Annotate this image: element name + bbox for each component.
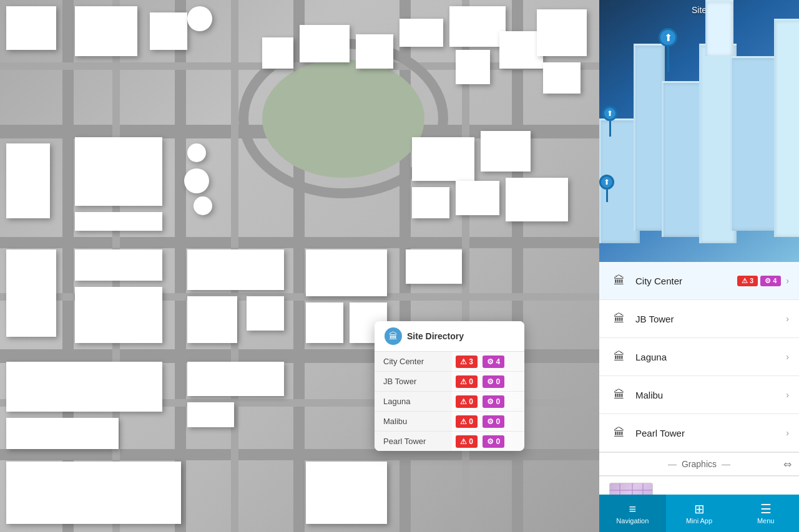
nav-circle: ⬆ [659,28,677,47]
site-table-row[interactable]: JB Tower ⚠ 0 ⚙ 0 [375,372,524,392]
building [75,6,137,56]
list-item[interactable]: 🏛 Pearl Tower › [599,414,799,452]
gear-badge: ⚙ 4 [483,355,504,368]
site-row-name: Laguna [375,392,452,412]
building [75,212,162,231]
menu-icon: ☰ [760,503,772,515]
nav-btn-navigation[interactable]: ≡ Navigation [599,495,666,532]
building [481,131,531,172]
site-row-name: Malibu [375,412,452,432]
building [306,302,343,343]
nav-btn-miniapp[interactable]: ⊞ Mini App [666,495,733,532]
list-item[interactable]: 🏛 JB Tower › [599,300,799,338]
building [194,196,212,215]
building [6,249,56,337]
building [187,6,212,31]
building [75,137,162,206]
building [456,50,490,84]
list-item[interactable]: 🏛 City Center ⚠ 3 ⚙ 4 › [599,262,799,300]
building [187,143,206,162]
building [306,249,387,296]
building [406,249,462,284]
graphics-expand-icon[interactable]: ⇔ [783,458,792,470]
svg-rect-6 [293,0,305,532]
site-row-badges: ⚠ 3 ⚙ 4 [452,352,524,372]
gear-badge: ⚙ 0 [483,415,504,428]
site-table-row[interactable]: Laguna ⚠ 0 ⚙ 0 [375,392,524,412]
bottom-nav: ≡ Navigation ⊞ Mini App ☰ Menu [599,495,799,532]
building [184,168,209,193]
3d-building [634,44,665,231]
campus-item[interactable]: CAMPUS › [599,476,799,495]
list-item-building-icon: 🏛 [609,309,629,329]
site-row-badges: ⚠ 0 ⚙ 0 [452,432,524,452]
alert-badge: ⚠ 0 [456,375,478,388]
site-row-name: Pearl Tower [375,432,452,452]
site-row-badges: ⚠ 0 ⚙ 0 [452,392,524,412]
nav-marker-3: ⬆ [599,175,614,202]
list-item-building-icon: 🏛 [609,385,629,405]
svg-rect-4 [62,0,74,532]
building [400,19,443,47]
building [75,249,162,281]
map-area[interactable]: 🏛 Site Directory City Center ⚠ 3 ⚙ 4 JB … [0,0,599,532]
building [187,402,234,427]
list-item[interactable]: 🏛 Laguna › [599,338,799,376]
nav-btn-menu[interactable]: ☰ Menu [732,495,799,532]
3d-building [774,19,799,237]
map-canvas: 🏛 Site Directory City Center ⚠ 3 ⚙ 4 JB … [0,0,599,532]
nav-circle-3: ⬆ [599,175,614,190]
alert-badge: ⚠ 3 [456,355,478,368]
nav-line-2 [609,121,611,137]
list-item-name: City Center [635,276,737,286]
svg-rect-1 [0,237,599,248]
building [537,9,587,56]
site-table: City Center ⚠ 3 ⚙ 4 JB Tower ⚠ 0 ⚙ 0 Lag… [375,352,524,451]
site-directory-header: 🏛 Site Directory [375,321,524,352]
site-table-row[interactable]: Pearl Tower ⚠ 0 ⚙ 0 [375,432,524,452]
3d-building-top [705,0,733,56]
list-item-badges: ⚠ 3 ⚙ 4 [737,276,781,286]
list-item-name: JB Tower [635,314,781,324]
building [6,418,119,449]
site-directory-panel: 🏛 Site Directory City Center ⚠ 3 ⚙ 4 JB … [375,321,524,451]
nav-line-3 [606,190,608,202]
list-item-building-icon: 🏛 [609,271,629,291]
building [306,462,387,524]
site-table-row[interactable]: Malibu ⚠ 0 ⚙ 0 [375,412,524,432]
nav-line [667,47,669,72]
site-directory-title: Site Directory [407,331,464,341]
building [187,362,284,396]
building [262,37,293,69]
graphics-header: Graphics ⇔ [599,453,799,475]
list-item-chevron-icon: › [786,390,789,400]
right-panel: Site ⬆ ⬆ ⬆ [599,0,799,532]
site-row-badges: ⚠ 0 ⚙ 0 [452,372,524,392]
building [412,187,449,218]
graphics-label: Graphics [668,459,730,469]
list-item-name: Laguna [635,352,781,362]
nav-label-miniapp: Mini App [686,517,712,525]
nav-marker-2: ⬆ [602,106,617,137]
list-item[interactable]: 🏛 Malibu › [599,376,799,414]
nav-label-menu: Menu [757,517,775,525]
list-item-building-icon: 🏛 [609,347,629,367]
3d-buildings-container: ⬆ ⬆ ⬆ [599,0,799,262]
building [449,6,506,47]
campus-thumbnail [609,483,653,495]
3d-building [730,56,780,231]
miniapp-icon: ⊞ [694,503,705,515]
site-dir-icon: 🏛 [385,327,402,345]
graphics-section: Graphics ⇔ [599,452,799,476]
list-item-building-icon: 🏛 [609,423,629,443]
list-item-chevron-icon: › [786,352,789,362]
gear-badge: ⚙ 0 [483,395,504,408]
building [356,34,393,69]
site-table-row[interactable]: City Center ⚠ 3 ⚙ 4 [375,352,524,372]
building [247,296,284,331]
svg-rect-8 [512,0,523,532]
alert-badge: ⚠ 0 [456,415,478,428]
list-items-container: 🏛 City Center ⚠ 3 ⚙ 4 › 🏛 JB Tower › 🏛 L… [599,262,799,452]
svg-rect-5 [175,0,186,532]
list-section: 🏛 City Center ⚠ 3 ⚙ 4 › 🏛 JB Tower › 🏛 L… [599,262,799,495]
